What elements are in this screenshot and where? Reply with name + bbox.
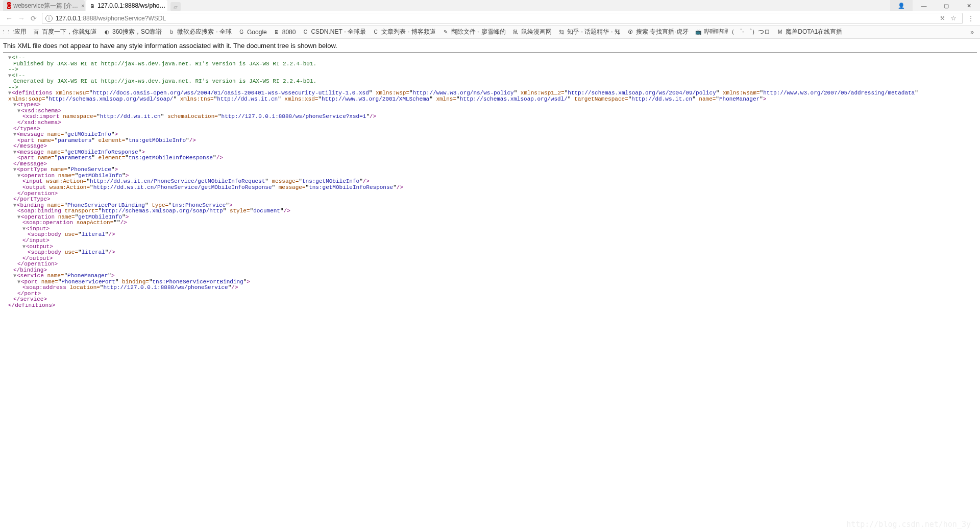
bookmark-icon: ◐ bbox=[103, 29, 110, 36]
page-icon: 🗎 bbox=[90, 2, 95, 9]
bookmark-label: 微软必应搜索 - 全球 bbox=[177, 28, 232, 36]
bookmark-label: 应用 bbox=[14, 28, 27, 36]
bookmark-item[interactable]: GGoogle bbox=[235, 27, 270, 38]
bookmark-label: 文章列表 - 博客频道 bbox=[381, 28, 436, 36]
bookmark-item[interactable]: b微软必应搜索 - 全球 bbox=[165, 27, 235, 38]
bookmark-icon: ⦿ bbox=[627, 29, 634, 36]
bookmark-label: 360搜索，SO靠谱 bbox=[112, 28, 162, 36]
bookmark-label: 魔兽DOTA1在线直播 bbox=[786, 28, 842, 36]
bookmark-item[interactable]: ⦿搜索·专找直播·虎牙 bbox=[624, 27, 692, 38]
tab-strip: C webservice第一篇 [介… × 🗎 127.0.0.1:8888/w… bbox=[0, 0, 980, 11]
bookmark-icon: C bbox=[372, 29, 379, 36]
page-content: This XML file does not appear to have an… bbox=[0, 39, 980, 309]
bookmark-item[interactable]: 📺哔哩哔哩（ ゜- ゜）つロ bbox=[692, 27, 774, 38]
url-input[interactable]: i 127.0.0.1:8888/ws/phoneService?WSDL ⤧ … bbox=[42, 13, 963, 24]
bookmark-item[interactable]: 百百度一下，你就知道 bbox=[30, 27, 100, 38]
xml-style-message: This XML file does not appear to have an… bbox=[3, 42, 977, 53]
url-host: 127.0.0.1 bbox=[56, 15, 81, 22]
url-rest: :8888/ws/phoneService?WSDL bbox=[81, 15, 166, 22]
window-controls: 👤 — ▢ ✕ bbox=[890, 0, 980, 11]
user-icon[interactable]: 👤 bbox=[890, 0, 913, 11]
bookmark-item[interactable]: 鼠鼠绘漫画网 bbox=[509, 27, 555, 38]
translate-icon[interactable]: ⤧ bbox=[937, 13, 948, 24]
bookmark-label: 哔哩哔哩（ ゜- ゜）つロ bbox=[704, 28, 771, 36]
bookmark-icon: G bbox=[238, 29, 245, 36]
bookmark-item[interactable]: 知知乎 - 话题精华 - 知 bbox=[555, 27, 624, 38]
forward-button[interactable]: → bbox=[15, 12, 28, 25]
bookmark-label: 知乎 - 话题精华 - 知 bbox=[567, 28, 621, 36]
bookmark-label: 翻除文件 - 廖雪峰的 bbox=[451, 28, 506, 36]
info-icon[interactable]: i bbox=[45, 15, 53, 22]
bookmark-item[interactable]: ◐360搜索，SO靠谱 bbox=[100, 27, 165, 38]
bookmark-icon: 📺 bbox=[695, 29, 702, 36]
menu-button[interactable]: ⋮ bbox=[965, 12, 977, 25]
tab-label: webservice第一篇 [介… bbox=[13, 2, 78, 10]
close-window-button[interactable]: ✕ bbox=[958, 0, 980, 11]
minimize-button[interactable]: — bbox=[913, 0, 935, 11]
bookmark-icon: 🗎 bbox=[273, 29, 280, 36]
reload-button[interactable]: ⟳ bbox=[28, 12, 40, 25]
bookmark-icon: ✎ bbox=[442, 29, 449, 36]
tab-label: 127.0.0.1:8888/ws/pho… bbox=[97, 2, 165, 9]
bookmark-item[interactable]: M魔兽DOTA1在线直播 bbox=[773, 27, 845, 38]
bookmark-label: 百度一下，你就知道 bbox=[42, 28, 97, 36]
bookmark-icon: b bbox=[168, 29, 175, 36]
bookmark-item[interactable]: CCSDN.NET - 全球最 bbox=[299, 27, 369, 38]
xml-tree: ▼<!-- Published by JAX-WS RI at http://j… bbox=[3, 55, 977, 309]
divider bbox=[3, 53, 977, 53]
csdn-icon: C bbox=[7, 2, 11, 9]
bookmark-label: 8080 bbox=[282, 29, 296, 36]
star-icon[interactable]: ☆ bbox=[948, 13, 959, 24]
maximize-button[interactable]: ▢ bbox=[935, 0, 958, 11]
bookmark-icon: C bbox=[302, 29, 309, 36]
bookmark-icon: 知 bbox=[558, 29, 565, 36]
bookmark-label: Google bbox=[247, 29, 267, 36]
bookmark-label: CSDN.NET - 全球最 bbox=[311, 28, 366, 36]
close-icon[interactable]: × bbox=[81, 3, 84, 9]
tab-wsdl[interactable]: 🗎 127.0.0.1:8888/ws/pho… × bbox=[86, 0, 167, 11]
bookmark-icon: M bbox=[776, 29, 783, 36]
bookmark-item[interactable]: 🗎8080 bbox=[270, 27, 299, 38]
tab-webservice[interactable]: C webservice第一篇 [介… × bbox=[3, 0, 85, 11]
new-tab-button[interactable]: ▱ bbox=[170, 2, 181, 11]
bookmark-item[interactable]: C文章列表 - 博客频道 bbox=[369, 27, 439, 38]
bookmark-item[interactable]: ✎翻除文件 - 廖雪峰的 bbox=[439, 27, 509, 38]
back-button[interactable]: ← bbox=[3, 12, 15, 25]
bookmark-icon: 百 bbox=[33, 29, 40, 36]
bookmark-label: 鼠绘漫画网 bbox=[521, 28, 552, 36]
bookmark-item[interactable]: ⋮⋮⋮应用 bbox=[2, 27, 30, 38]
bookmark-icon: ⋮⋮⋮ bbox=[5, 29, 12, 36]
bookmarks-bar: ⋮⋮⋮应用百百度一下，你就知道◐360搜索，SO靠谱b微软必应搜索 - 全球GG… bbox=[0, 26, 980, 39]
bookmark-icon: 鼠 bbox=[512, 29, 519, 36]
bookmarks-overflow[interactable]: » bbox=[966, 29, 978, 36]
bookmark-label: 搜索·专找直播·虎牙 bbox=[636, 28, 689, 36]
address-bar: ← → ⟳ i 127.0.0.1:8888/ws/phoneService?W… bbox=[0, 11, 980, 26]
